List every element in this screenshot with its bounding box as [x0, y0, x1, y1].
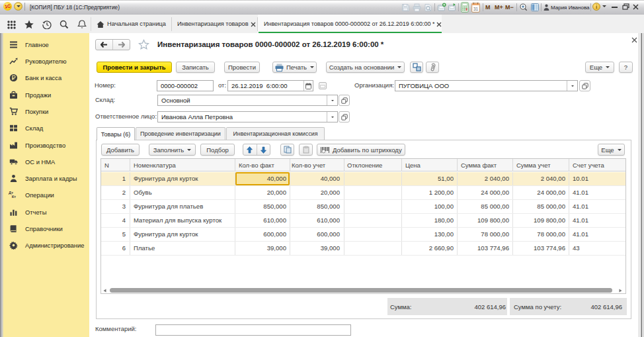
- svg-text:31: 31: [473, 7, 479, 11]
